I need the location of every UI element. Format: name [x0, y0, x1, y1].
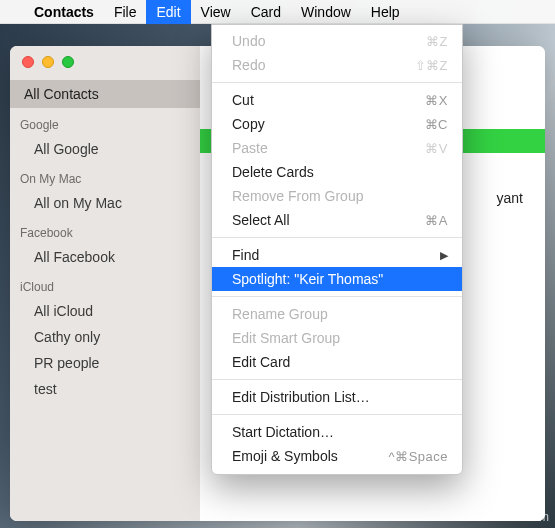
menu-item-shortcut: ⌘X [425, 93, 448, 108]
menu-item-shortcut: ^⌘Space [389, 449, 448, 464]
system-menubar: Contacts File Edit View Card Window Help [0, 0, 555, 24]
menu-item-label: Delete Cards [232, 164, 314, 180]
menu-item-edit-smart-group: Edit Smart Group [212, 326, 462, 350]
submenu-arrow-icon: ▶ [440, 249, 448, 262]
sidebar: All Contacts Google All Google On My Mac… [10, 46, 200, 521]
menu-item-shortcut: ⌘A [425, 213, 448, 228]
menu-item-label: Copy [232, 116, 265, 132]
edit-menu-dropdown: Undo⌘ZRedo⇧⌘ZCut⌘XCopy⌘CPaste⌘VDelete Ca… [211, 24, 463, 475]
menu-item-label: Edit Card [232, 354, 290, 370]
menu-item-delete-cards[interactable]: Delete Cards [212, 160, 462, 184]
menu-item-select-all[interactable]: Select All⌘A [212, 208, 462, 232]
menu-item-redo: Redo⇧⌘Z [212, 53, 462, 77]
sidebar-group-on-my-mac: On My Mac [10, 162, 200, 190]
menu-separator [212, 414, 462, 415]
menu-item-find[interactable]: Find▶ [212, 243, 462, 267]
menu-item-label: Emoji & Symbols [232, 448, 338, 464]
close-icon[interactable] [22, 56, 34, 68]
menu-item-label: Edit Distribution List… [232, 389, 370, 405]
menu-item-shortcut: ⌘V [425, 141, 448, 156]
menu-item-label: Start Dictation… [232, 424, 334, 440]
sidebar-item-all-on-my-mac[interactable]: All on My Mac [10, 190, 200, 216]
menu-item-label: Find [232, 247, 259, 263]
menu-item-edit-card[interactable]: Edit Card [212, 350, 462, 374]
menu-item-label: Spotlight: "Keir Thomas" [232, 271, 383, 287]
menu-item-spotlight-keir-thomas[interactable]: Spotlight: "Keir Thomas" [212, 267, 462, 291]
menu-separator [212, 237, 462, 238]
zoom-icon[interactable] [62, 56, 74, 68]
menubar-item-view[interactable]: View [191, 0, 241, 24]
menu-separator [212, 296, 462, 297]
menu-item-label: Rename Group [232, 306, 328, 322]
menubar-app-name[interactable]: Contacts [24, 4, 104, 20]
menu-item-shortcut: ⌘C [425, 117, 448, 132]
menu-item-edit-distribution-list[interactable]: Edit Distribution List… [212, 385, 462, 409]
menu-item-undo: Undo⌘Z [212, 29, 462, 53]
sidebar-item-cathy-only[interactable]: Cathy only [10, 324, 200, 350]
sidebar-item-all-icloud[interactable]: All iCloud [10, 298, 200, 324]
menu-item-label: Remove From Group [232, 188, 363, 204]
sidebar-group-google: Google [10, 108, 200, 136]
minimize-icon[interactable] [42, 56, 54, 68]
menubar-item-card[interactable]: Card [241, 0, 291, 24]
sidebar-item-all-google[interactable]: All Google [10, 136, 200, 162]
menu-item-label: Cut [232, 92, 254, 108]
sidebar-group-icloud: iCloud [10, 270, 200, 298]
sidebar-item-pr-people[interactable]: PR people [10, 350, 200, 376]
menubar-item-window[interactable]: Window [291, 0, 361, 24]
menu-separator [212, 82, 462, 83]
menu-item-start-dictation[interactable]: Start Dictation… [212, 420, 462, 444]
menubar-item-help[interactable]: Help [361, 0, 410, 24]
menu-item-cut[interactable]: Cut⌘X [212, 88, 462, 112]
menu-item-label: Edit Smart Group [232, 330, 340, 346]
menu-item-label: Redo [232, 57, 265, 73]
window-traffic-lights [22, 56, 74, 68]
menubar-item-file[interactable]: File [104, 0, 147, 24]
menu-item-remove-from-group: Remove From Group [212, 184, 462, 208]
menu-item-rename-group: Rename Group [212, 302, 462, 326]
sidebar-item-all-facebook[interactable]: All Facebook [10, 244, 200, 270]
menu-item-label: Select All [232, 212, 290, 228]
contact-name-fragment: yant [497, 190, 523, 206]
sidebar-item-all-contacts[interactable]: All Contacts [10, 80, 200, 108]
menu-item-label: Paste [232, 140, 268, 156]
sidebar-item-test[interactable]: test [10, 376, 200, 402]
menu-item-emoji-symbols[interactable]: Emoji & Symbols^⌘Space [212, 444, 462, 468]
menu-item-paste: Paste⌘V [212, 136, 462, 160]
menu-item-shortcut: ⌘Z [426, 34, 448, 49]
menubar-item-edit[interactable]: Edit [146, 0, 190, 24]
menu-item-copy[interactable]: Copy⌘C [212, 112, 462, 136]
menu-separator [212, 379, 462, 380]
menu-item-label: Undo [232, 33, 265, 49]
sidebar-group-facebook: Facebook [10, 216, 200, 244]
menu-item-shortcut: ⇧⌘Z [415, 58, 448, 73]
